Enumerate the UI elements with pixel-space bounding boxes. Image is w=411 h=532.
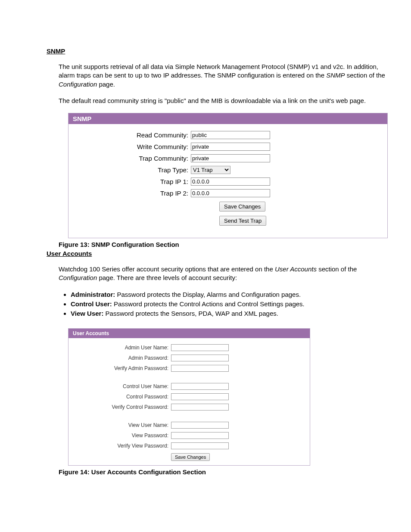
verify-control-password-label: Verify Control Password: xyxy=(73,404,171,410)
emph-config: Configuration xyxy=(59,274,97,281)
figure-14-caption: Figure 14: User Accounts Configuration S… xyxy=(59,468,390,476)
trap-ip1-label: Trap IP 1: xyxy=(73,178,191,185)
snmp-para-2: The default read community string is "pu… xyxy=(59,96,390,105)
read-community-input[interactable] xyxy=(191,131,270,139)
text: Watchdog 100 Series offer account securi… xyxy=(59,265,275,273)
user-accounts-panel: User Accounts Admin User Name: Admin Pas… xyxy=(68,328,310,466)
trap-community-input[interactable] xyxy=(191,154,270,162)
snmp-panel: SNMP Read Community: Write Community: Tr… xyxy=(68,113,388,238)
trap-ip1-input[interactable] xyxy=(191,177,270,186)
verify-admin-password-input[interactable] xyxy=(171,365,229,372)
text: page. xyxy=(97,81,115,88)
snmp-heading: SNMP xyxy=(47,47,390,55)
trap-ip2-label: Trap IP 2: xyxy=(73,190,191,197)
view-user-name-input[interactable] xyxy=(171,422,229,429)
admin-user-name-label: Admin User Name: xyxy=(73,345,171,351)
save-changes-button[interactable]: Save Changes xyxy=(219,202,265,212)
bullet-bold: View User: xyxy=(71,310,103,317)
control-password-label: Control Password: xyxy=(73,394,171,400)
list-item: Control User: Password protects the Cont… xyxy=(71,300,390,308)
text: section of the xyxy=(317,265,357,273)
admin-password-input[interactable] xyxy=(171,355,229,361)
list-item: View User: Password protects the Sensors… xyxy=(71,309,390,318)
verify-control-password-input[interactable] xyxy=(171,404,229,411)
security-levels-list: Administrator: Password protects the Dis… xyxy=(59,290,390,318)
emph-config: Configuration xyxy=(59,81,97,88)
user-accounts-heading: User Accounts xyxy=(47,250,390,257)
emph-snmp: SNMP xyxy=(326,72,345,79)
admin-user-name-input[interactable] xyxy=(171,344,229,351)
read-community-label: Read Community: xyxy=(73,131,191,139)
bullet-text: Password protects the Display, Alarms an… xyxy=(115,291,301,298)
bullet-text: Password protects the Sensors, PDA, WAP … xyxy=(103,310,278,317)
verify-admin-password-label: Verify Admin Password: xyxy=(73,365,171,371)
bullet-text: Password protects the Control Actions an… xyxy=(112,300,305,308)
control-user-name-label: Control User Name: xyxy=(73,383,171,389)
send-test-trap-button[interactable]: Send Test Trap xyxy=(219,216,266,226)
write-community-input[interactable] xyxy=(191,143,270,151)
verify-view-password-label: Verify View Password: xyxy=(73,443,171,449)
snmp-panel-title: SNMP xyxy=(68,113,387,124)
list-item: Administrator: Password protects the Dis… xyxy=(71,290,390,299)
user-accounts-para: Watchdog 100 Series offer account securi… xyxy=(59,265,390,283)
bullet-bold: Control User: xyxy=(71,300,112,308)
save-changes-button[interactable]: Save Changes xyxy=(171,453,210,461)
text: section of the xyxy=(345,72,385,79)
view-password-label: View Password: xyxy=(73,432,171,439)
trap-type-label: Trap Type: xyxy=(73,166,191,174)
trap-type-select[interactable]: V1 Trap xyxy=(191,166,230,174)
view-user-name-label: View User Name: xyxy=(73,422,171,428)
text: page. There are three levels of account … xyxy=(97,274,237,281)
emph-user-accounts: User Accounts xyxy=(275,265,317,273)
trap-community-label: Trap Community: xyxy=(73,155,191,162)
control-user-name-input[interactable] xyxy=(171,383,229,390)
user-accounts-panel-title: User Accounts xyxy=(68,329,310,338)
view-password-input[interactable] xyxy=(171,432,229,439)
figure-13-caption: Figure 13: SNMP Configuration Section xyxy=(59,241,390,248)
control-password-input[interactable] xyxy=(171,393,229,400)
bullet-bold: Administrator: xyxy=(71,291,115,298)
verify-view-password-input[interactable] xyxy=(171,442,229,449)
trap-ip2-input[interactable] xyxy=(191,189,270,197)
write-community-label: Write Community: xyxy=(73,143,191,150)
snmp-para-1: The unit supports retrieval of all data … xyxy=(59,62,390,89)
admin-password-label: Admin Password: xyxy=(73,355,171,361)
